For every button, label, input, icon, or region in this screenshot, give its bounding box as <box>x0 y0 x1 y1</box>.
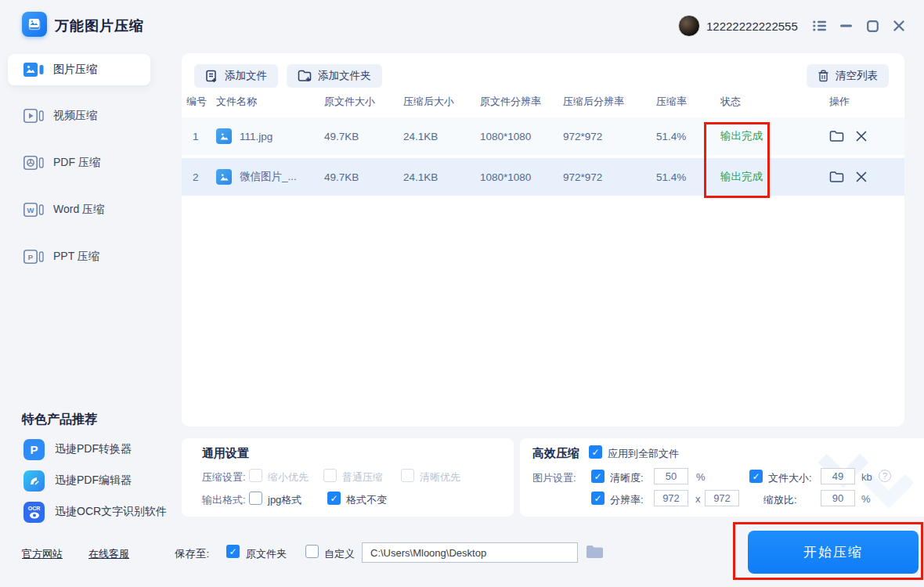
filesize-unit: kb <box>861 471 872 483</box>
efficient-compress-card: 高效压缩 ✓ 应用到全部文件 图片设置: ✓ 清晰度: % ✓ 文件大小: kb… <box>520 438 924 517</box>
table-header-row: 编号 文件名称 原文件大小 压缩后大小 原文件分辨率 压缩后分辨率 压缩率 状态… <box>182 92 904 111</box>
app-logo-icon <box>22 12 47 37</box>
col-header-orig-size: 原文件大小 <box>324 95 403 109</box>
cell-orig-size: 49.7KB <box>324 171 403 183</box>
open-folder-icon[interactable] <box>829 171 844 183</box>
maximize-icon[interactable] <box>865 19 879 33</box>
product-label: 迅捷PDF编辑器 <box>55 474 132 488</box>
product-label: 迅捷OCR文字识别软件 <box>55 505 167 519</box>
minimize-icon[interactable] <box>839 19 853 33</box>
clear-list-label: 清空列表 <box>836 69 878 83</box>
app-title: 万能图片压缩 <box>55 16 144 35</box>
sidebar-item-image-compress[interactable]: 图片压缩 <box>8 54 150 85</box>
col-header-name: 文件名称 <box>216 95 324 109</box>
help-icon[interactable]: ? <box>879 470 891 482</box>
start-compress-button[interactable]: 开始压缩 <box>748 531 919 574</box>
add-file-icon <box>205 70 218 83</box>
image-setting-label: 图片设置: <box>532 471 576 485</box>
original-folder-label: 原文件夹 <box>246 547 287 561</box>
col-header-ops: 操作 <box>829 95 904 109</box>
add-folder-label: 添加文件夹 <box>318 69 371 83</box>
cell-comp-res: 972*972 <box>563 171 656 183</box>
remove-file-icon[interactable] <box>856 131 867 142</box>
sidebar-item-pdf-compress[interactable]: PDF 压缩 <box>8 147 150 178</box>
checkbox-keep-format[interactable]: ✓ <box>327 492 341 505</box>
add-folder-button[interactable]: 添加文件夹 <box>287 64 382 88</box>
col-header-orig-res: 原文件分辨率 <box>480 95 563 109</box>
shrink-priority-label: 缩小优先 <box>268 470 309 484</box>
checkbox-apply-all[interactable]: ✓ <box>589 445 602 459</box>
avatar[interactable] <box>678 15 700 37</box>
sidebar-item-label: 视频压缩 <box>53 109 97 123</box>
official-site-link[interactable]: 官方网站 <box>22 547 63 561</box>
cell-ratio: 51.4% <box>656 131 720 142</box>
cell-no: 1 <box>186 131 216 142</box>
checkbox-jpg-format[interactable] <box>249 492 262 505</box>
clarity-input[interactable] <box>654 468 688 484</box>
checkbox-clarity[interactable]: ✓ <box>591 470 605 483</box>
browse-folder-icon[interactable] <box>586 545 604 563</box>
filesize-input[interactable] <box>821 468 855 484</box>
sidebar-item-video-compress[interactable]: 视频压缩 <box>8 100 150 131</box>
product-ocr[interactable]: OCR 迅捷OCR文字识别软件 <box>23 501 167 523</box>
table-body: 1 111.jpg 49.7KB 24.1KB 1080*1080 972*97… <box>182 117 904 199</box>
product-pdf-converter[interactable]: P 迅捷PDF转换器 <box>23 438 132 460</box>
clarity-priority-label: 清晰优先 <box>420 470 460 484</box>
checkbox-resolution[interactable]: ✓ <box>591 492 605 505</box>
cell-comp-res: 972*972 <box>563 131 656 142</box>
checkbox-original-folder[interactable]: ✓ <box>226 545 240 558</box>
normal-compress-label: 普通压缩 <box>342 470 383 484</box>
add-file-button[interactable]: 添加文件 <box>194 64 278 88</box>
decor-chevron <box>863 457 914 508</box>
close-icon[interactable] <box>892 19 906 33</box>
apply-all-label: 应用到全部文件 <box>608 447 679 461</box>
sidebar-item-ppt-compress[interactable]: P PPT 压缩 <box>8 241 150 272</box>
product-pdf-editor[interactable]: 迅捷PDF编辑器 <box>23 470 132 492</box>
col-header-ratio: 压缩率 <box>656 95 720 109</box>
filename-text: 111.jpg <box>240 131 273 142</box>
video-compress-icon <box>23 108 44 124</box>
save-path-input[interactable] <box>362 542 578 563</box>
output-format-label: 输出格式: <box>202 493 246 507</box>
pdf-converter-icon: P <box>23 439 45 460</box>
image-file-icon <box>216 128 232 144</box>
table-row[interactable]: 1 111.jpg 49.7KB 24.1KB 1080*1080 972*97… <box>182 117 904 155</box>
ppt-compress-icon: P <box>23 249 44 265</box>
table-row[interactable]: 2 微信图片_... 49.7KB 24.1KB 1080*1080 972*9… <box>182 158 904 196</box>
custom-folder-label: 自定义 <box>324 547 355 561</box>
remove-file-icon[interactable] <box>856 171 867 182</box>
resolution-x: x <box>695 493 701 505</box>
image-compress-icon <box>23 62 44 77</box>
username: 12222222222555 <box>706 20 798 33</box>
clarity-label: 清晰度: <box>610 471 644 485</box>
filename-text: 微信图片_... <box>240 170 297 184</box>
cell-orig-size: 49.7KB <box>324 131 403 142</box>
cell-comp-size: 24.1KB <box>403 131 480 142</box>
scale-input[interactable] <box>821 490 855 506</box>
checkbox-custom-folder[interactable] <box>305 545 319 558</box>
sidebar-item-word-compress[interactable]: W Word 压缩 <box>8 194 150 225</box>
efficient-title: 高效压缩 <box>532 446 579 461</box>
cell-ratio: 51.4% <box>656 171 720 183</box>
checkbox-filesize[interactable]: ✓ <box>749 470 763 483</box>
svg-text:W: W <box>27 206 34 214</box>
online-support-link[interactable]: 在线客服 <box>88 547 129 561</box>
cell-comp-size: 24.1KB <box>403 171 480 183</box>
col-header-comp-size: 压缩后大小 <box>403 95 480 109</box>
resolution-width-input[interactable] <box>654 490 688 506</box>
cell-no: 2 <box>186 171 216 183</box>
col-header-status: 状态 <box>720 95 829 109</box>
cell-filename: 微信图片_... <box>216 169 324 185</box>
cell-ops <box>829 130 904 142</box>
trash-icon <box>818 70 829 82</box>
status-text: 输出完成 <box>720 129 829 143</box>
clear-list-button[interactable]: 清空列表 <box>807 64 889 88</box>
col-header-no: 编号 <box>186 95 216 109</box>
menu-list-icon[interactable] <box>812 19 826 33</box>
pdf-editor-icon <box>23 470 45 492</box>
image-file-icon <box>216 169 232 185</box>
resolution-height-input[interactable] <box>705 490 739 506</box>
open-folder-icon[interactable] <box>829 130 844 142</box>
col-header-comp-res: 压缩后分辨率 <box>563 95 656 109</box>
product-label: 迅捷PDF转换器 <box>55 442 132 456</box>
